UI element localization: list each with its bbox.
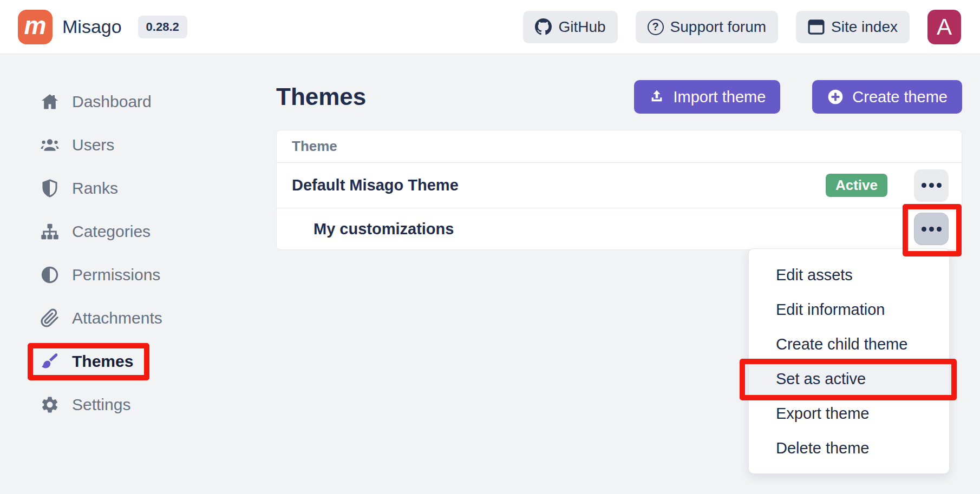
sidebar-item-themes[interactable]: Themes [0,340,238,383]
browser-window-icon [808,19,825,35]
sidebar-item-users[interactable]: Users [0,123,238,167]
theme-column-header: Theme [292,138,337,155]
create-theme-label: Create theme [852,88,948,106]
theme-options-button-customizations[interactable] [914,213,949,245]
menu-item-delete-theme[interactable]: Delete theme [749,431,949,465]
paintbrush-icon [40,352,60,371]
paperclip-icon [40,308,60,328]
navbar-actions: GitHub ? Support forum Site index A [523,10,961,44]
themes-table: Theme Default Misago Theme Active My cus… [276,130,962,250]
table-header: Theme [277,130,962,163]
sidebar-item-label: Ranks [72,179,118,197]
table-row-default-theme: Default Misago Theme Active [277,163,962,208]
upload-icon [649,89,665,105]
sidebar-item-dashboard[interactable]: Dashboard [0,80,238,123]
sidebar-item-attachments[interactable]: Attachments [0,297,238,340]
github-button[interactable]: GitHub [523,11,617,43]
sitemap-icon [40,222,60,241]
sidebar-item-label: Settings [72,396,130,414]
sidebar-item-label: Themes [72,352,133,371]
logo-letter: m [24,11,47,40]
avatar-letter: A [937,14,952,40]
active-status-badge: Active [826,174,887,197]
page-actions: Import theme Create theme [634,80,962,114]
user-avatar[interactable]: A [927,10,961,44]
users-icon [40,135,60,155]
brand-name: Misago [62,16,122,37]
import-theme-label: Import theme [673,88,766,106]
page-title: Themes [276,83,366,110]
sidebar-item-settings[interactable]: Settings [0,383,238,426]
theme-context-menu: Edit assets Edit information Create chil… [748,248,950,474]
contrast-icon [40,265,60,285]
sidebar-item-ranks[interactable]: Ranks [0,167,238,210]
menu-item-export-theme[interactable]: Export theme [749,396,949,431]
sidebar-item-label: Categories [72,222,151,241]
sidebar-item-label: Permissions [72,266,160,284]
ellipsis-icon [922,183,926,188]
site-index-button[interactable]: Site index [796,11,910,43]
create-theme-button[interactable]: Create theme [812,80,962,114]
gear-icon [40,395,60,414]
admin-sidebar: Dashboard Users Ranks Categories [0,54,238,494]
admin-page: m Misago 0.28.2 GitHub ? Support forum S… [0,0,980,494]
table-row-my-customizations: My customizations [277,208,962,249]
version-badge: 0.28.2 [138,16,187,38]
question-circle-icon: ? [648,19,664,35]
shield-icon [40,179,60,198]
sidebar-item-label: Attachments [72,309,162,327]
home-icon [40,92,60,111]
menu-item-edit-information[interactable]: Edit information [749,292,949,327]
sidebar-item-label: Dashboard [72,93,152,111]
menu-item-edit-assets[interactable]: Edit assets [749,258,949,292]
sidebar-item-categories[interactable]: Categories [0,210,238,253]
plus-circle-icon [827,88,844,106]
theme-options-button-default[interactable] [914,169,949,202]
menu-item-create-child-theme[interactable]: Create child theme [749,327,949,361]
misago-logo[interactable]: m [18,10,53,44]
theme-name: My customizations [292,220,914,238]
sidebar-item-label: Users [72,136,114,154]
theme-name: Default Misago Theme [292,176,826,194]
support-forum-label: Support forum [670,18,766,36]
sidebar-item-permissions[interactable]: Permissions [0,253,238,297]
github-icon [535,18,552,35]
support-forum-button[interactable]: ? Support forum [636,11,778,43]
github-label: GitHub [558,18,605,36]
ellipsis-icon [922,227,926,232]
import-theme-button[interactable]: Import theme [634,80,780,114]
top-navbar: m Misago 0.28.2 GitHub ? Support forum S… [0,0,980,54]
site-index-label: Site index [831,18,898,36]
menu-item-set-as-active[interactable]: Set as active [749,361,949,396]
